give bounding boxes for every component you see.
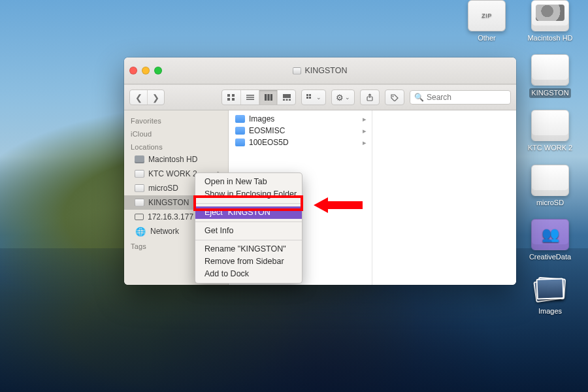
tags-button-wrap [385, 90, 404, 105]
close-button[interactable] [129, 67, 137, 74]
svg-rect-13 [289, 99, 291, 101]
arrange-menu[interactable]: ⌄ [301, 90, 326, 105]
chevron-right-icon: ▸ [363, 127, 367, 135]
back-button[interactable]: ❮ [130, 90, 147, 105]
sidebar-section-icloud: iCloud [124, 126, 228, 139]
svg-rect-9 [270, 94, 272, 101]
sidebar-item-label: KTC WORK 2 [148, 169, 197, 178]
column-2 [372, 110, 516, 285]
sidebar-section-favorites: Favorites [124, 113, 228, 126]
search-icon: 🔍 [414, 93, 424, 102]
action-menu[interactable]: ⚙︎⌄ [331, 90, 355, 105]
search-field[interactable]: 🔍 [410, 90, 511, 105]
folder-label: Images [249, 114, 274, 123]
desktop-item-label: CreativeData [524, 253, 576, 261]
minimize-button[interactable] [142, 67, 150, 74]
desktop-item-kingston[interactable]: KINGSTON [524, 54, 576, 98]
view-list-button[interactable] [240, 90, 259, 105]
sidebar-item-label: Network [150, 227, 179, 236]
folder-item-eosmisc[interactable]: EOSMISC ▸ [229, 125, 372, 137]
shared-drive-icon [531, 219, 569, 250]
finder-window: KINGSTON ❮ ❯ ⌄ ⚙︎⌄ 🔍 [124, 57, 516, 285]
desktop-item-ktc-work-2[interactable]: KTC WORK 2 [524, 110, 576, 152]
svg-rect-1 [232, 94, 235, 97]
globe-icon: 🌐 [135, 227, 146, 236]
folder-item-images[interactable]: Images ▸ [229, 113, 372, 125]
external-drive-icon [531, 110, 569, 141]
sidebar-item-label: Macintosh HD [148, 155, 197, 164]
sidebar-section-locations: Locations [124, 139, 228, 152]
context-menu: Open in New Tab Show in Enclosing Folder… [195, 172, 302, 284]
desktop-item-label: Images [524, 307, 576, 316]
svg-point-19 [393, 96, 394, 97]
folder-icon [235, 139, 245, 146]
svg-rect-0 [227, 94, 230, 97]
svg-rect-2 [227, 98, 230, 101]
arrange-button[interactable]: ⌄ [302, 90, 325, 105]
desktop-item-label: Macintosh HD [524, 34, 576, 42]
action-button[interactable]: ⚙︎⌄ [332, 90, 354, 105]
svg-rect-11 [283, 99, 285, 101]
menu-item-remove-sidebar[interactable]: Remove from Sidebar [195, 255, 302, 268]
folder-label: EOSMISC [249, 126, 285, 135]
zip-icon [468, 0, 506, 31]
menu-item-eject[interactable]: Eject "KINGSTON" [195, 206, 302, 219]
menu-separator [195, 221, 302, 222]
external-drive-icon [135, 170, 144, 178]
folder-item-100eos5d[interactable]: 100EOS5D ▸ [229, 137, 372, 148]
svg-rect-14 [306, 94, 308, 96]
svg-rect-17 [309, 97, 311, 99]
finder-body: Favorites iCloud Locations Macintosh HD … [124, 110, 516, 285]
titlebar[interactable]: KINGSTON [124, 57, 516, 84]
menu-item-open-new-tab[interactable]: Open in New Tab [195, 176, 302, 188]
external-drive-icon [531, 165, 569, 196]
menu-item-rename[interactable]: Rename "KINGSTON" [195, 243, 302, 255]
share-button[interactable] [361, 90, 379, 105]
search-input[interactable] [427, 93, 506, 102]
desktop-item-microsd[interactable]: microSD [524, 165, 576, 207]
external-drive-icon [135, 184, 144, 192]
desktop-item-label: microSD [524, 199, 576, 207]
drive-glyph-icon [293, 67, 301, 74]
svg-rect-15 [309, 94, 311, 96]
sidebar-item-macintosh-hd[interactable]: Macintosh HD [124, 152, 228, 167]
menu-item-get-info[interactable]: Get Info [195, 225, 302, 237]
folder-icon [235, 115, 245, 123]
chevron-right-icon: ▸ [363, 139, 367, 147]
view-mode-segment [221, 90, 296, 105]
traffic-lights [129, 67, 167, 74]
desktop-item-macintosh-hd[interactable]: Macintosh HD [524, 0, 576, 42]
view-column-button[interactable] [259, 90, 277, 105]
external-drive-icon [135, 199, 144, 206]
menu-item-show-enclosing[interactable]: Show in Enclosing Folder [195, 188, 302, 201]
svg-rect-4 [246, 95, 254, 96]
menu-item-add-to-dock[interactable]: Add to Dock [195, 268, 302, 280]
desktop-item-other[interactable]: Other [461, 0, 513, 42]
nav-back-forward: ❮ ❯ [129, 90, 165, 105]
forward-button[interactable]: ❯ [147, 90, 164, 105]
window-title-text: KINGSTON [304, 66, 347, 75]
svg-rect-3 [232, 98, 235, 101]
sidebar-item-label: 172.16.3.177 [148, 212, 193, 221]
folder-label: 100EOS5D [249, 138, 289, 147]
image-stack-icon [531, 273, 569, 304]
share-button-wrap [360, 90, 380, 105]
desktop-icons-col2: Other [461, 0, 513, 42]
view-icon-button[interactable] [222, 90, 240, 105]
window-title: KINGSTON [124, 66, 516, 75]
internal-drive-icon [531, 0, 569, 31]
sidebar-item-label: microSD [148, 184, 178, 193]
folder-icon [235, 127, 245, 135]
svg-rect-10 [283, 94, 291, 98]
zoom-button[interactable] [154, 67, 162, 74]
svg-rect-12 [286, 99, 287, 101]
desktop-item-creativedata[interactable]: CreativeData [524, 219, 576, 261]
view-gallery-button[interactable] [277, 90, 295, 105]
desktop-item-label: KTC WORK 2 [524, 144, 576, 152]
svg-rect-7 [265, 94, 267, 101]
desktop-item-images[interactable]: Images [524, 273, 576, 316]
desktop-item-label: KINGSTON [529, 88, 570, 98]
hd-icon [135, 155, 144, 163]
tags-button[interactable] [385, 90, 404, 105]
svg-rect-5 [246, 97, 254, 98]
